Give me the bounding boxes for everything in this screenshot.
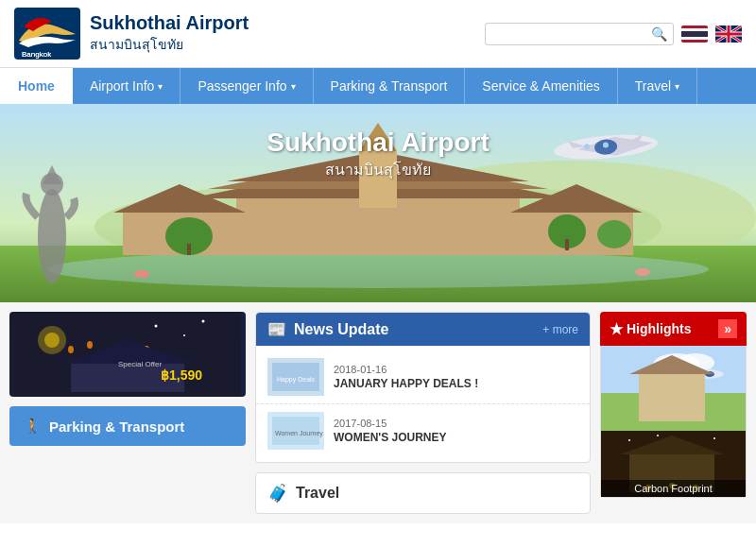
- highlight-image-2: Carbon Footprint: [601, 431, 746, 497]
- header: Bangkok Bangkok Sukhothai Airport สนามบิ…: [0, 0, 756, 68]
- news-box: 📰 News Update + more Happy Deals: [255, 312, 591, 463]
- svg-rect-67: [639, 374, 705, 421]
- search-button[interactable]: 🔍: [651, 26, 667, 42]
- travel-label: Travel: [296, 485, 339, 502]
- news-update-label: News Update: [294, 321, 388, 338]
- logo-icon: Bangkok Bangkok: [14, 8, 80, 60]
- luggage-icon: 🧳: [267, 483, 288, 504]
- news-title[interactable]: JANUARY HAPPY DEALS !: [334, 377, 478, 390]
- svg-point-46: [87, 341, 93, 349]
- logo-area: Bangkok Bangkok Sukhothai Airport สนามบิ…: [14, 8, 249, 60]
- highlights-content: Carbon Footprint: [600, 346, 747, 498]
- nav-travel[interactable]: Travel ▾: [618, 68, 697, 104]
- svg-text:Women Journey: Women Journey: [275, 430, 323, 437]
- highlights-label: Highlights: [627, 321, 691, 336]
- svg-rect-25: [565, 239, 569, 250]
- header-right: 🔍: [485, 23, 742, 45]
- search-input[interactable]: [491, 26, 651, 41]
- news-title[interactable]: WOMEN'S JOURNEY: [334, 431, 447, 444]
- svg-point-27: [134, 270, 149, 278]
- hero-title-en: Sukhothai Airport: [266, 128, 489, 158]
- right-panel: ★ Highlights »: [600, 312, 747, 514]
- airport-name-th: สนามบินสุโขทัย: [90, 34, 249, 55]
- parking-transport-button[interactable]: 🚶 Parking & Transport: [9, 406, 246, 446]
- nav-home[interactable]: Home: [0, 68, 73, 104]
- svg-point-36: [38, 189, 66, 283]
- highlights-header: ★ Highlights »: [600, 312, 747, 346]
- airport-name-en: Sukhothai Airport: [90, 12, 249, 34]
- nav-parking-transport[interactable]: Parking & Transport: [314, 68, 466, 104]
- svg-point-76: [657, 435, 659, 436]
- svg-point-44: [202, 320, 205, 323]
- svg-point-77: [713, 437, 715, 439]
- left-panel: ฿1,590 Special Offer 🚶 Parking & Transpo…: [9, 312, 246, 514]
- chevron-down-icon: ▾: [675, 81, 679, 92]
- news-thumbnail: Women Journey: [267, 412, 324, 450]
- navbar: Home Airport Info ▾ Passenger Info ▾ Par…: [0, 68, 756, 104]
- news-content: 2017-08-15 WOMEN'S JOURNEY: [334, 418, 447, 444]
- travel-section: 🧳 Travel: [255, 472, 591, 514]
- svg-text:Bangkok: Bangkok: [22, 50, 52, 59]
- svg-point-26: [597, 220, 631, 248]
- news-list: Happy Deals 2018-01-16 JANUARY HAPPY DEA…: [256, 346, 590, 462]
- news-content: 2018-01-16 JANUARY HAPPY DEALS !: [334, 364, 478, 390]
- svg-text:Happy Deals: Happy Deals: [277, 376, 316, 384]
- highlights-box: ★ Highlights »: [600, 312, 747, 498]
- hero-title-th: สนามบินสุโขทัย: [266, 158, 489, 181]
- news-more-link[interactable]: + more: [542, 323, 578, 336]
- star-icon: ★: [610, 320, 623, 338]
- search-box[interactable]: 🔍: [485, 23, 674, 45]
- svg-point-11: [47, 250, 709, 288]
- svg-point-45: [68, 346, 74, 353]
- center-panel: 📰 News Update + more Happy Deals: [255, 312, 591, 514]
- svg-point-41: [44, 333, 60, 348]
- svg-rect-5: [681, 31, 708, 37]
- hero-text: Sukhothai Airport สนามบินสุโขทัย: [266, 128, 489, 181]
- thai-flag[interactable]: [681, 26, 708, 43]
- svg-rect-23: [187, 244, 191, 255]
- airport-title: Sukhothai Airport สนามบินสุโขทัย: [90, 12, 249, 55]
- highlight-image-1: [601, 346, 746, 431]
- carbon-footprint-label: Carbon Footprint: [601, 480, 746, 497]
- travel-header: 🧳 Travel: [267, 483, 578, 504]
- advertisement-banner[interactable]: ฿1,590 Special Offer: [9, 312, 246, 397]
- news-icon: 📰: [267, 320, 286, 338]
- svg-point-43: [183, 334, 185, 336]
- svg-point-28: [635, 268, 650, 276]
- highlights-next-button[interactable]: »: [718, 319, 737, 338]
- svg-text:฿1,590: ฿1,590: [161, 368, 202, 383]
- svg-text:Special Offer: Special Offer: [118, 360, 162, 368]
- svg-point-75: [628, 439, 630, 441]
- uk-flag[interactable]: [715, 26, 742, 43]
- news-date: 2017-08-15: [334, 418, 447, 429]
- svg-point-42: [155, 325, 158, 328]
- main-content: ฿1,590 Special Offer 🚶 Parking & Transpo…: [0, 302, 756, 523]
- chevron-down-icon: ▾: [158, 81, 163, 92]
- person-icon: 🚶: [24, 418, 42, 435]
- news-header: 📰 News Update + more: [256, 313, 590, 346]
- nav-service-amenities[interactable]: Service & Amenities: [465, 68, 618, 104]
- nav-airport-info[interactable]: Airport Info ▾: [73, 68, 180, 104]
- news-thumbnail: Happy Deals: [267, 358, 324, 396]
- chevron-down-icon: ▾: [291, 81, 296, 92]
- news-item: Happy Deals 2018-01-16 JANUARY HAPPY DEA…: [256, 350, 590, 404]
- news-item: Women Journey 2017-08-15 WOMEN'S JOURNEY: [256, 404, 590, 457]
- hero-banner: Sukhothai Airport สนามบินสุโขทัย: [0, 104, 756, 302]
- nav-passenger-info[interactable]: Passenger Info ▾: [180, 68, 313, 104]
- news-date: 2018-01-16: [334, 364, 478, 375]
